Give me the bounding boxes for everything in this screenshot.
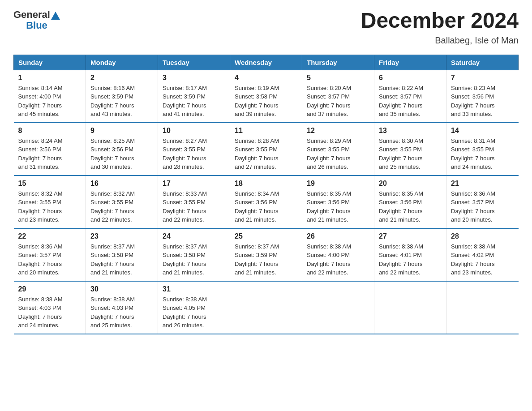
calendar-cell: 18Sunrise: 8:34 AM Sunset: 3:56 PM Dayli… [230, 176, 302, 228]
week-row-1: 1Sunrise: 8:14 AM Sunset: 4:00 PM Daylig… [14, 70, 519, 123]
calendar-cell: 6Sunrise: 8:22 AM Sunset: 3:57 PM Daylig… [374, 70, 446, 123]
day-number: 27 [379, 232, 442, 240]
day-info: Sunrise: 8:38 AM Sunset: 4:03 PM Dayligh… [18, 295, 82, 330]
day-number: 19 [307, 180, 369, 188]
week-row-3: 15Sunrise: 8:32 AM Sunset: 3:55 PM Dayli… [14, 176, 519, 228]
calendar-cell: 11Sunrise: 8:28 AM Sunset: 3:55 PM Dayli… [230, 123, 302, 176]
day-number: 15 [18, 180, 82, 188]
week-row-5: 29Sunrise: 8:38 AM Sunset: 4:03 PM Dayli… [14, 281, 519, 334]
day-info: Sunrise: 8:30 AM Sunset: 3:55 PM Dayligh… [379, 137, 442, 171]
calendar-header-row: SundayMondayTuesdayWednesdayThursdayFrid… [14, 55, 519, 70]
calendar-cell: 20Sunrise: 8:35 AM Sunset: 3:56 PM Dayli… [374, 176, 446, 228]
day-info: Sunrise: 8:25 AM Sunset: 3:56 PM Dayligh… [90, 137, 153, 171]
calendar-table: SundayMondayTuesdayWednesdayThursdayFrid… [13, 55, 519, 334]
day-info: Sunrise: 8:29 AM Sunset: 3:55 PM Dayligh… [307, 137, 369, 171]
day-number: 4 [235, 74, 297, 82]
calendar-cell: 7Sunrise: 8:23 AM Sunset: 3:56 PM Daylig… [446, 70, 519, 123]
calendar-cell [446, 281, 519, 334]
day-number: 5 [307, 74, 369, 82]
subtitle: Ballabeg, Isle of Man [361, 35, 519, 46]
week-row-2: 8Sunrise: 8:24 AM Sunset: 3:56 PM Daylig… [14, 123, 519, 176]
day-info: Sunrise: 8:35 AM Sunset: 3:56 PM Dayligh… [379, 189, 442, 224]
calendar-cell: 14Sunrise: 8:31 AM Sunset: 3:55 PM Dayli… [446, 123, 519, 176]
day-info: Sunrise: 8:38 AM Sunset: 4:01 PM Dayligh… [379, 242, 442, 277]
day-info: Sunrise: 8:38 AM Sunset: 4:00 PM Dayligh… [307, 242, 369, 277]
calendar-cell: 1Sunrise: 8:14 AM Sunset: 4:00 PM Daylig… [14, 70, 86, 123]
day-number: 22 [18, 232, 82, 240]
day-number: 28 [451, 232, 514, 240]
calendar-cell [230, 281, 302, 334]
calendar-cell: 3Sunrise: 8:17 AM Sunset: 3:59 PM Daylig… [158, 70, 230, 123]
day-number: 2 [90, 74, 153, 82]
day-info: Sunrise: 8:20 AM Sunset: 3:57 PM Dayligh… [307, 84, 369, 119]
day-number: 26 [307, 232, 369, 240]
calendar-cell [302, 281, 374, 334]
main-title: December 2024 [361, 9, 519, 33]
day-number: 3 [163, 74, 225, 82]
header-thursday: Thursday [302, 55, 374, 70]
calendar-cell: 24Sunrise: 8:37 AM Sunset: 3:58 PM Dayli… [158, 228, 230, 281]
day-info: Sunrise: 8:36 AM Sunset: 3:57 PM Dayligh… [18, 242, 82, 277]
page-header: General Blue December 2024 Ballabeg, Isl… [13, 9, 519, 46]
calendar-cell: 26Sunrise: 8:38 AM Sunset: 4:00 PM Dayli… [302, 228, 374, 281]
day-number: 16 [90, 180, 153, 188]
day-number: 29 [18, 285, 82, 293]
calendar-cell: 30Sunrise: 8:38 AM Sunset: 4:03 PM Dayli… [86, 281, 158, 334]
title-block: December 2024 Ballabeg, Isle of Man [361, 9, 519, 46]
calendar-cell [374, 281, 446, 334]
day-info: Sunrise: 8:16 AM Sunset: 3:59 PM Dayligh… [90, 84, 153, 119]
day-info: Sunrise: 8:34 AM Sunset: 3:56 PM Dayligh… [235, 189, 297, 224]
header-sunday: Sunday [14, 55, 86, 70]
day-number: 31 [163, 285, 225, 293]
day-info: Sunrise: 8:37 AM Sunset: 3:58 PM Dayligh… [90, 242, 153, 277]
day-number: 9 [90, 127, 153, 135]
day-number: 6 [379, 74, 442, 82]
calendar-cell: 15Sunrise: 8:32 AM Sunset: 3:55 PM Dayli… [14, 176, 86, 228]
calendar-cell: 29Sunrise: 8:38 AM Sunset: 4:03 PM Dayli… [14, 281, 86, 334]
calendar-cell: 31Sunrise: 8:38 AM Sunset: 4:05 PM Dayli… [158, 281, 230, 334]
day-info: Sunrise: 8:33 AM Sunset: 3:55 PM Dayligh… [163, 189, 225, 224]
day-number: 12 [307, 127, 369, 135]
header-wednesday: Wednesday [230, 55, 302, 70]
calendar-cell: 4Sunrise: 8:19 AM Sunset: 3:58 PM Daylig… [230, 70, 302, 123]
header-monday: Monday [86, 55, 158, 70]
day-number: 18 [235, 180, 297, 188]
day-info: Sunrise: 8:32 AM Sunset: 3:55 PM Dayligh… [18, 189, 82, 224]
logo-triangle-icon [51, 12, 60, 20]
calendar-cell: 16Sunrise: 8:32 AM Sunset: 3:55 PM Dayli… [86, 176, 158, 228]
calendar-cell: 28Sunrise: 8:38 AM Sunset: 4:02 PM Dayli… [446, 228, 519, 281]
calendar-cell: 23Sunrise: 8:37 AM Sunset: 3:58 PM Dayli… [86, 228, 158, 281]
calendar-cell: 25Sunrise: 8:37 AM Sunset: 3:59 PM Dayli… [230, 228, 302, 281]
day-info: Sunrise: 8:38 AM Sunset: 4:03 PM Dayligh… [90, 295, 153, 330]
day-number: 13 [379, 127, 442, 135]
day-info: Sunrise: 8:36 AM Sunset: 3:57 PM Dayligh… [451, 189, 514, 224]
day-info: Sunrise: 8:37 AM Sunset: 3:59 PM Dayligh… [235, 242, 297, 277]
day-number: 7 [451, 74, 514, 82]
calendar-cell: 9Sunrise: 8:25 AM Sunset: 3:56 PM Daylig… [86, 123, 158, 176]
day-info: Sunrise: 8:35 AM Sunset: 3:56 PM Dayligh… [307, 189, 369, 224]
logo-general-text: General [13, 9, 50, 21]
day-info: Sunrise: 8:32 AM Sunset: 3:55 PM Dayligh… [90, 189, 153, 224]
day-number: 8 [18, 127, 82, 135]
day-info: Sunrise: 8:19 AM Sunset: 3:58 PM Dayligh… [235, 84, 297, 119]
calendar-cell: 5Sunrise: 8:20 AM Sunset: 3:57 PM Daylig… [302, 70, 374, 123]
calendar-cell: 8Sunrise: 8:24 AM Sunset: 3:56 PM Daylig… [14, 123, 86, 176]
day-number: 25 [235, 232, 297, 240]
day-info: Sunrise: 8:27 AM Sunset: 3:55 PM Dayligh… [163, 137, 225, 171]
calendar-cell: 2Sunrise: 8:16 AM Sunset: 3:59 PM Daylig… [86, 70, 158, 123]
calendar-cell: 27Sunrise: 8:38 AM Sunset: 4:01 PM Dayli… [374, 228, 446, 281]
header-saturday: Saturday [446, 55, 519, 70]
logo-icon: General Blue [13, 9, 60, 31]
calendar-cell: 10Sunrise: 8:27 AM Sunset: 3:55 PM Dayli… [158, 123, 230, 176]
day-number: 24 [163, 232, 225, 240]
day-number: 11 [235, 127, 297, 135]
day-number: 14 [451, 127, 514, 135]
calendar-cell: 17Sunrise: 8:33 AM Sunset: 3:55 PM Dayli… [158, 176, 230, 228]
day-number: 30 [90, 285, 153, 293]
day-info: Sunrise: 8:17 AM Sunset: 3:59 PM Dayligh… [163, 84, 225, 119]
day-info: Sunrise: 8:38 AM Sunset: 4:02 PM Dayligh… [451, 242, 514, 277]
day-number: 1 [18, 74, 82, 82]
calendar-cell: 13Sunrise: 8:30 AM Sunset: 3:55 PM Dayli… [374, 123, 446, 176]
day-info: Sunrise: 8:38 AM Sunset: 4:05 PM Dayligh… [163, 295, 225, 330]
calendar-cell: 19Sunrise: 8:35 AM Sunset: 3:56 PM Dayli… [302, 176, 374, 228]
